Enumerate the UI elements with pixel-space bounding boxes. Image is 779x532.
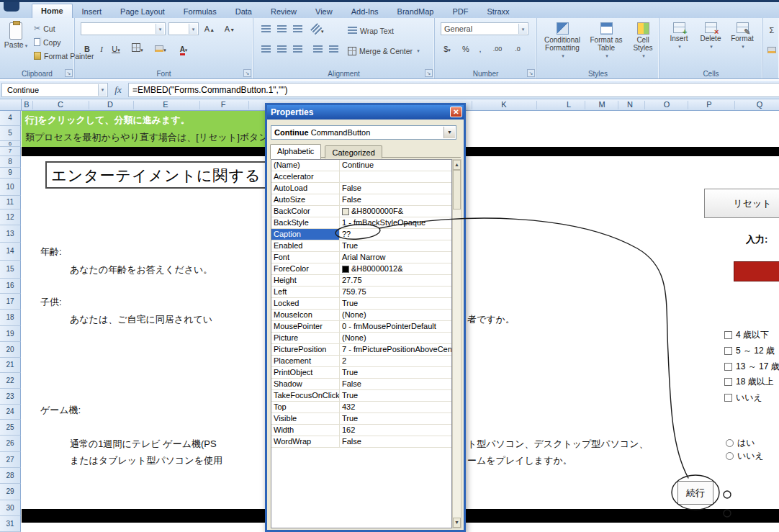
property-value[interactable]: True	[340, 367, 451, 378]
property-name[interactable]: Shadow	[271, 379, 340, 389]
tab-page-layout[interactable]: Page Layout	[111, 5, 174, 18]
property-value[interactable]	[340, 171, 451, 182]
number-dialog-launcher[interactable]: ↘	[527, 69, 535, 77]
property-value[interactable]: ??	[340, 229, 451, 240]
property-value[interactable]: 1 - fmBackStyleOpaque	[340, 217, 451, 228]
increase-decimal-button[interactable]: .00	[491, 42, 504, 55]
property-row-placement[interactable]: Placement2	[271, 356, 451, 367]
row-header-18[interactable]: 18	[0, 310, 21, 326]
property-value[interactable]: True	[340, 298, 451, 309]
children-label[interactable]: 子供:	[40, 296, 62, 309]
property-value[interactable]: 0 - fmMousePointerDefault	[340, 321, 451, 332]
row-header-17[interactable]: 17	[0, 294, 21, 310]
align-bottom-button[interactable]	[291, 24, 304, 37]
property-name[interactable]: BackColor	[271, 206, 340, 217]
shrink-font-button[interactable]: A▼	[223, 22, 236, 35]
row-header-5[interactable]: 5	[0, 126, 21, 141]
column-header-C[interactable]: C	[58, 100, 63, 109]
row-header-23[interactable]: 23	[0, 389, 21, 405]
property-name[interactable]: Font	[271, 252, 340, 263]
property-name[interactable]: TakeFocusOnClick	[271, 390, 340, 401]
checkbox-row[interactable]: 4 歳以下	[724, 329, 769, 341]
console-question1-left[interactable]: 通常の1週間にテレビ ゲーム機(PS	[70, 438, 217, 451]
row-header-20[interactable]: 20	[0, 342, 21, 358]
close-icon[interactable]: ✕	[450, 107, 462, 117]
tab-straxx[interactable]: Straxx	[477, 5, 518, 18]
row-header-28[interactable]: 28	[0, 468, 21, 484]
column-header-K[interactable]: K	[501, 100, 506, 109]
property-name[interactable]: Picture	[271, 333, 340, 343]
wrap-text-button[interactable]: Wrap Text	[346, 24, 396, 37]
accounting-format-button[interactable]: $▾	[441, 42, 454, 55]
property-value[interactable]: Arial Narrow	[340, 252, 451, 263]
checkbox[interactable]	[724, 331, 732, 339]
row-header-16[interactable]: 16	[0, 279, 21, 294]
name-box-dropdown-icon[interactable]: ▾	[98, 84, 107, 96]
tab-home[interactable]: Home	[32, 4, 73, 18]
row-header-29[interactable]: 29	[0, 484, 21, 500]
alignment-dialog-launcher[interactable]: ↘	[425, 69, 433, 77]
row-header-24[interactable]: 24	[0, 405, 21, 420]
font-size-combo[interactable]: ▾	[168, 22, 199, 35]
align-left-button[interactable]	[259, 44, 272, 57]
decrease-indent-button[interactable]	[311, 44, 324, 57]
property-row-width[interactable]: Width162	[271, 425, 451, 436]
property-value[interactable]: 2	[340, 356, 451, 366]
column-header-F[interactable]: F	[221, 100, 226, 109]
property-name[interactable]: BackStyle	[271, 217, 340, 228]
property-name[interactable]: Enabled	[271, 240, 340, 251]
row-header-22[interactable]: 22	[0, 373, 21, 389]
tab-review[interactable]: Review	[261, 5, 306, 18]
row-header-7[interactable]: 7	[0, 147, 21, 156]
autosum-button[interactable]: Σ	[765, 24, 778, 37]
font-color-button[interactable]: A▾	[177, 42, 190, 55]
property-row-backstyle[interactable]: BackStyle1 - fmBackStyleOpaque	[271, 217, 451, 229]
property-value[interactable]: 27.75	[340, 275, 451, 286]
property-value[interactable]: 759.75	[340, 287, 451, 297]
property-row-top[interactable]: Top432	[271, 402, 451, 413]
property-value[interactable]: False	[340, 436, 451, 447]
reset-button[interactable]: リセット	[704, 189, 779, 218]
property-row-locked[interactable]: LockedTrue	[271, 298, 451, 310]
property-row-wordwrap[interactable]: WordWrapFalse	[271, 436, 451, 448]
tab-pdf[interactable]: PDF	[443, 5, 477, 18]
row-header-15[interactable]: 15	[0, 261, 21, 279]
tab-data[interactable]: Data	[226, 5, 261, 18]
property-value[interactable]: True	[340, 390, 451, 401]
property-name[interactable]: Accelerator	[271, 171, 340, 182]
insert-cells-button[interactable]: +Insert▾	[664, 20, 694, 68]
property-row-caption[interactable]: Caption??	[271, 229, 451, 240]
checkbox[interactable]	[724, 347, 732, 355]
column-header-N[interactable]: N	[627, 100, 633, 109]
column-header-P[interactable]: P	[706, 100, 711, 109]
row-header-9[interactable]: 9	[0, 168, 21, 179]
property-name[interactable]: ForeColor	[271, 263, 340, 274]
object-selector-combo[interactable]: Continue CommandButton ▼	[271, 125, 456, 140]
checkbox-row[interactable]: 13 ～ 17 歳	[724, 361, 779, 373]
row-header-21[interactable]: 21	[0, 358, 21, 373]
delete-cells-button[interactable]: ×Delete▾	[695, 20, 726, 68]
property-name[interactable]: Top	[271, 402, 340, 412]
formula-input[interactable]: =EMBED("Forms.CommandButton.1","")	[128, 83, 779, 97]
children-question-left[interactable]: あなたは、ご自宅に同居されてい	[70, 313, 212, 326]
property-row-name[interactable]: (Name)Continue	[271, 160, 451, 171]
cell-styles-button[interactable]: Cell Styles▾	[628, 20, 658, 68]
properties-dialog-titlebar[interactable]: Properties	[267, 105, 464, 120]
decrease-decimal-button[interactable]: .0	[511, 42, 524, 55]
radio-row[interactable]: はい	[726, 437, 755, 449]
align-right-button[interactable]	[291, 44, 304, 57]
age-label[interactable]: 年齢:	[40, 245, 62, 258]
console-question2-right[interactable]: ームをプレイしますか。	[467, 454, 572, 467]
property-name[interactable]: AutoSize	[271, 194, 340, 205]
column-header-B[interactable]: B	[24, 100, 29, 109]
property-row-autoload[interactable]: AutoLoadFalse	[271, 183, 451, 194]
row-header-6[interactable]: 6	[0, 141, 21, 147]
property-value[interactable]: Continue	[340, 160, 451, 171]
property-row-accelerator[interactable]: Accelerator	[271, 171, 451, 183]
checkbox-row[interactable]: 5 ～ 12 歳	[724, 345, 775, 357]
property-value[interactable]: False	[340, 194, 451, 205]
radio-button[interactable]	[726, 439, 734, 447]
format-cells-button[interactable]: ✎Format▾	[727, 20, 757, 68]
conditional-formatting-button[interactable]: Conditional Formatting▾	[540, 20, 585, 68]
property-row-picture[interactable]: Picture(None)	[271, 333, 451, 344]
